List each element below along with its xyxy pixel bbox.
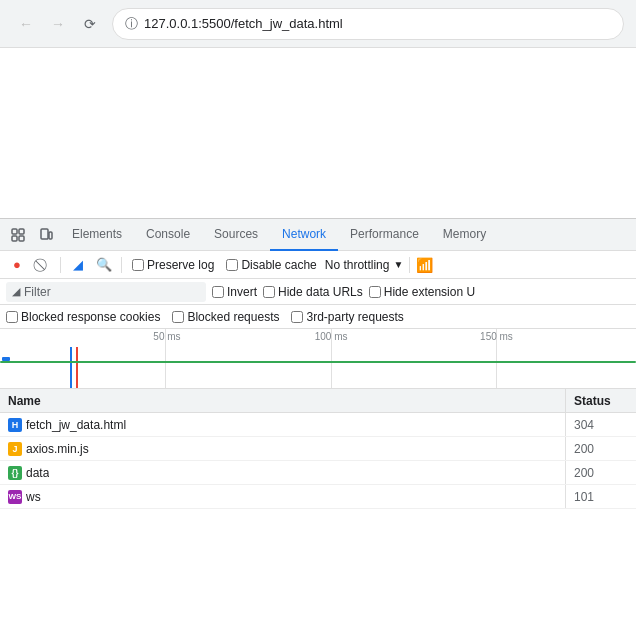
third-party-checkbox[interactable] [291,311,303,323]
cell-name-axios: J axios.min.js [0,437,566,460]
clear-button[interactable]: ⃠ [32,254,54,276]
address-text: 127.0.0.1:5500/fetch_jw_data.html [144,16,343,31]
forward-button[interactable]: → [44,10,72,38]
chevron-down-icon: ▼ [393,259,403,270]
waterfall-green-line [0,361,636,363]
disable-cache-group[interactable]: Disable cache [226,258,316,272]
icon-ws: WS [8,490,22,504]
inspect-element-icon[interactable] [4,221,32,249]
cell-status-axios: 200 [566,437,636,460]
col-header-status: Status [566,389,636,412]
filter-funnel-icon: ◢ [12,285,20,298]
third-party-group[interactable]: 3rd-party requests [291,310,403,324]
blocked-cookies-checkbox[interactable] [6,311,18,323]
timeline-label-50ms: 50 ms [153,331,180,342]
search-button[interactable]: 🔍 [93,254,115,276]
browser-chrome: ← → ⟳ ⓘ 127.0.0.1:5500/fetch_jw_data.htm… [0,0,636,48]
timeline-label-100ms: 100 ms [315,331,348,342]
filter-label: Filter [24,285,51,299]
devtools-tab-bar: Elements Console Sources Network Perform… [0,219,636,251]
cell-name-fetch: H fetch_jw_data.html [0,413,566,436]
hide-extension-checkbox[interactable] [369,286,381,298]
network-toolbar: ● ⃠ ◢ 🔍 Preserve log Disable cache No th… [0,251,636,279]
back-button[interactable]: ← [12,10,40,38]
filter-input-wrap[interactable]: ◢ Filter [6,282,206,302]
table-row[interactable]: J axios.min.js 200 [0,437,636,461]
hide-data-urls-group[interactable]: Hide data URLs [263,285,363,299]
timeline-area: 50 ms 100 ms 150 ms [0,329,636,389]
timeline-label-150ms: 150 ms [480,331,513,342]
cell-status-ws: 101 [566,485,636,508]
tab-sources[interactable]: Sources [202,219,270,251]
icon-html: H [8,418,22,432]
toolbar-separator-1 [60,257,61,273]
table-row[interactable]: H fetch_jw_data.html 304 [0,413,636,437]
invert-group[interactable]: Invert [212,285,257,299]
throttle-dropdown[interactable]: No throttling ▼ [325,258,404,272]
nav-buttons: ← → ⟳ [12,10,104,38]
preserve-log-group[interactable]: Preserve log [132,258,214,272]
timeline-bars [0,347,636,389]
hide-extension-group[interactable]: Hide extension U [369,285,475,299]
svg-rect-3 [19,236,24,241]
filter-bar: ◢ Filter Invert Hide data URLs Hide exte… [0,279,636,305]
disable-cache-checkbox[interactable] [226,259,238,271]
svg-rect-1 [19,229,24,234]
toolbar-separator-3 [409,257,410,273]
page-content [0,48,636,218]
icon-json: {} [8,466,22,480]
svg-rect-4 [41,229,48,239]
tab-network[interactable]: Network [270,219,338,251]
table-row[interactable]: {} data 200 [0,461,636,485]
tab-performance[interactable]: Performance [338,219,431,251]
cell-name-ws: WS ws [0,485,566,508]
hide-data-urls-checkbox[interactable] [263,286,275,298]
devtools: Elements Console Sources Network Perform… [0,218,636,626]
record-button[interactable]: ● [6,254,28,276]
blocked-requests-group[interactable]: Blocked requests [172,310,279,324]
blocked-cookies-group[interactable]: Blocked response cookies [6,310,160,324]
reload-button[interactable]: ⟳ [76,10,104,38]
cell-status-data: 200 [566,461,636,484]
preserve-log-checkbox[interactable] [132,259,144,271]
waterfall-blue-bar [2,357,10,361]
blue-marker [70,347,72,389]
wifi-icon: 📶 [416,257,433,273]
col-header-name: Name [0,389,566,412]
tab-memory[interactable]: Memory [431,219,498,251]
tab-console[interactable]: Console [134,219,202,251]
cell-name-data: {} data [0,461,566,484]
blocked-requests-checkbox[interactable] [172,311,184,323]
invert-checkbox[interactable] [212,286,224,298]
request-table: Name Status H fetch_jw_data.html 304 J a… [0,389,636,626]
filter-icon-button[interactable]: ◢ [67,254,89,276]
svg-rect-2 [12,236,17,241]
table-row[interactable]: WS ws 101 [0,485,636,509]
svg-rect-5 [49,232,52,239]
icon-js: J [8,442,22,456]
blocked-bar: Blocked response cookies Blocked request… [0,305,636,329]
device-toolbar-icon[interactable] [32,221,60,249]
address-bar[interactable]: ⓘ 127.0.0.1:5500/fetch_jw_data.html [112,8,624,40]
red-marker [76,347,78,389]
info-icon: ⓘ [125,15,138,33]
cell-status-fetch: 304 [566,413,636,436]
tab-elements[interactable]: Elements [60,219,134,251]
toolbar-separator-2 [121,257,122,273]
svg-rect-0 [12,229,17,234]
table-header: Name Status [0,389,636,413]
